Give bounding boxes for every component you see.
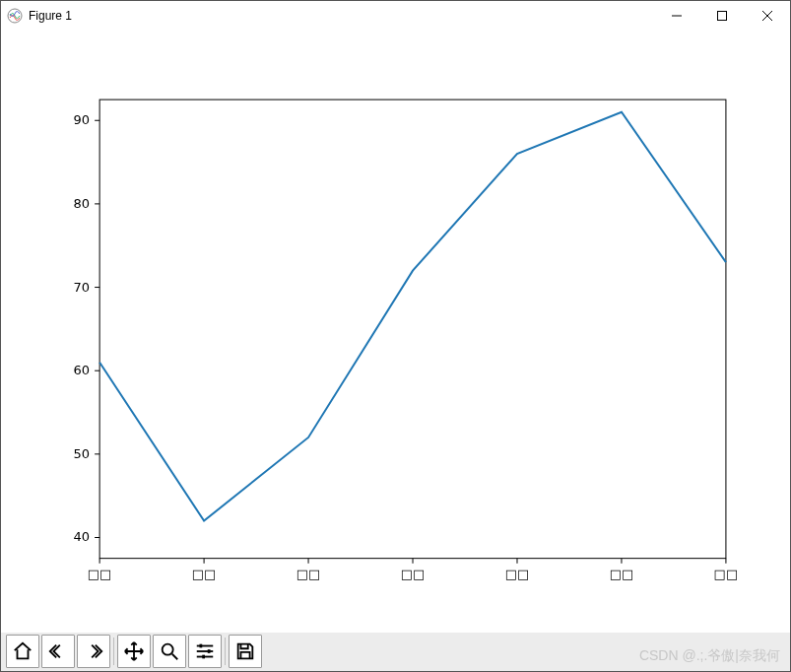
y-tick-label: 80	[74, 196, 91, 211]
back-arrow-icon	[47, 640, 69, 662]
back-button[interactable]	[42, 636, 74, 667]
window-title: Figure 1	[29, 9, 72, 23]
window-titlebar: Figure 1	[1, 1, 790, 31]
zoom-button[interactable]	[154, 636, 185, 667]
toolbar-separator	[113, 638, 114, 665]
zoom-icon	[159, 640, 180, 662]
line-chart: 405060708090□□□□□□□□□□□□□□	[1, 31, 790, 633]
svg-point-19	[163, 644, 173, 655]
svg-rect-5	[99, 100, 726, 559]
x-tick-label: □□	[610, 567, 634, 581]
watermark-text: CSDN @.;.爷傲|奈我何	[639, 647, 780, 665]
sliders-icon	[194, 640, 216, 662]
y-tick-label: 70	[74, 280, 91, 295]
save-icon	[234, 640, 256, 662]
svg-rect-25	[208, 650, 211, 654]
y-tick-label: 90	[74, 112, 91, 127]
close-button[interactable]	[745, 1, 790, 31]
home-icon	[12, 640, 33, 662]
maximize-button[interactable]	[699, 1, 745, 31]
x-tick-label: □□	[192, 567, 217, 581]
pan-icon	[123, 640, 145, 662]
y-tick-label: 60	[74, 363, 91, 377]
svg-rect-26	[202, 655, 205, 659]
x-tick-label: □□	[505, 567, 530, 581]
x-tick-label: □□	[714, 567, 739, 581]
y-tick-label: 50	[74, 446, 91, 461]
toolbar-separator	[225, 638, 226, 665]
forward-arrow-icon	[83, 640, 104, 662]
home-button[interactable]	[7, 636, 38, 667]
matplotlib-toolbar: CSDN @.;.爷傲|奈我何	[1, 633, 790, 671]
x-tick-label: □□	[88, 567, 112, 581]
configure-subplots-button[interactable]	[189, 636, 221, 667]
chart-canvas[interactable]: 405060708090□□□□□□□□□□□□□□	[1, 31, 790, 633]
svg-rect-24	[200, 644, 203, 648]
data-line-series	[99, 112, 726, 521]
forward-button[interactable]	[78, 636, 109, 667]
x-tick-label: □□	[297, 567, 321, 581]
svg-line-20	[172, 654, 178, 660]
pan-button[interactable]	[118, 636, 150, 667]
minimize-button[interactable]	[654, 1, 699, 31]
app-icon	[7, 8, 23, 24]
y-tick-label: 40	[74, 530, 91, 545]
x-tick-label: □□	[401, 567, 426, 581]
save-button[interactable]	[230, 636, 261, 667]
svg-rect-2	[718, 12, 727, 21]
